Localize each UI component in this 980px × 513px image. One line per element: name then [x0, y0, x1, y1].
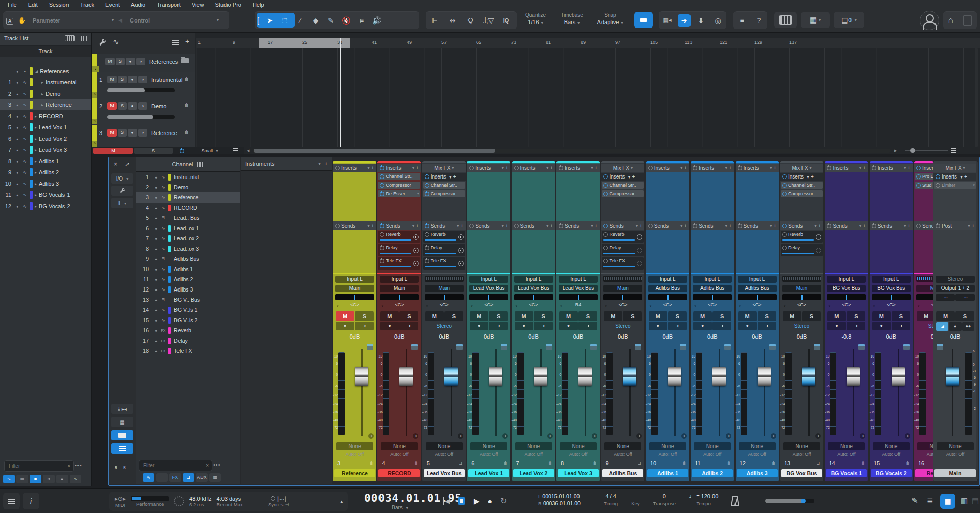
send-knob[interactable] — [413, 261, 419, 266]
dropdown-icon[interactable]: ▾ — [904, 166, 906, 170]
monitor-dot-icon[interactable]: ● — [14, 115, 20, 118]
channel-mode-icon[interactable]: ))) — [681, 433, 687, 439]
strip-name-label[interactable]: RECORD — [378, 469, 420, 477]
insert-slot[interactable]: Stud — [915, 182, 933, 189]
track-list-row[interactable]: 11●∿▸BG Vocals 1 — [0, 189, 91, 200]
power-icon[interactable] — [916, 174, 921, 179]
pan-control[interactable] — [559, 294, 598, 300]
monitor-button[interactable]: ◑ — [758, 322, 776, 330]
power-icon[interactable] — [335, 224, 340, 228]
mixer-strip-adlibs-3[interactable]: Inserts▾+Sends▾+Input LAdlibs Bus<C>▾MS●… — [736, 161, 779, 481]
playhead-line[interactable] — [340, 48, 341, 147]
solo-button[interactable]: S — [444, 311, 463, 321]
fader-track[interactable] — [719, 349, 720, 436]
volume-value[interactable]: 0dB — [914, 333, 933, 341]
fader-handle[interactable] — [578, 367, 592, 386]
solo-button[interactable]: S — [892, 311, 910, 321]
fader-track[interactable] — [540, 349, 542, 436]
channel-mode-icon[interactable]: ))) — [458, 433, 463, 439]
output-select[interactable]: BG Vox Bus — [827, 285, 866, 292]
add-icon[interactable]: + — [729, 165, 732, 171]
send-knob[interactable] — [816, 234, 821, 240]
add-icon[interactable]: + — [371, 165, 374, 171]
dropdown-icon[interactable]: ▾ — [859, 166, 861, 170]
sends-header[interactable]: Sends▾+ — [601, 221, 644, 230]
inserts-header[interactable]: Inserts▾+ — [377, 164, 421, 172]
record-arm-button[interactable]: ● — [872, 322, 891, 330]
monitor-dot-icon[interactable]: ● — [14, 171, 20, 174]
monitor-dot-icon[interactable]: ● — [14, 148, 20, 152]
volume-value[interactable]: 0dB — [780, 333, 823, 341]
track-list-row[interactable]: 12●∿▸BG Vocals 2 — [0, 200, 91, 212]
dropdown-icon[interactable]: ▾ — [725, 166, 727, 170]
solo-button[interactable]: S — [399, 311, 418, 321]
expand-arrow-icon[interactable]: ▸ — [35, 193, 37, 197]
fader-track[interactable] — [451, 349, 452, 436]
track-list-row[interactable]: 1●∿▸Instrumental — [0, 77, 91, 88]
mini-list-icon[interactable] — [230, 148, 240, 154]
post-header[interactable]: Post▾+ — [933, 221, 977, 230]
meter-options-icon[interactable] — [724, 344, 731, 350]
meter-options-icon[interactable] — [635, 344, 641, 350]
channel-mode-icon[interactable]: ))) — [413, 433, 418, 439]
monitor-button[interactable]: ◑ — [668, 322, 687, 330]
dropdown-icon[interactable]: ▾ — [412, 166, 414, 170]
volume-value[interactable]: 0dB — [736, 333, 779, 341]
monitor-button[interactable]: ◑ — [138, 129, 147, 137]
pan-expand-icon[interactable]: ▾ — [650, 303, 652, 309]
main-menu-button[interactable] — [3, 493, 20, 509]
strip-name-label[interactable]: Adlibs Bus — [602, 469, 643, 477]
power-icon[interactable] — [916, 166, 921, 170]
track-height-select[interactable]: Small ▾ — [190, 148, 229, 154]
monitor-button[interactable]: ◑ — [136, 58, 145, 65]
solo-button[interactable]: S — [355, 311, 374, 321]
pan-control[interactable] — [335, 294, 374, 300]
dropdown-icon[interactable]: ▾ — [368, 224, 370, 228]
meter-options-icon[interactable] — [411, 344, 418, 350]
mute-button[interactable]: M — [827, 311, 846, 321]
automation-mode[interactable]: Auto: Off — [646, 451, 689, 458]
inserts-subheader[interactable]: Inserts▾+ — [422, 173, 466, 181]
marker-list-icon[interactable]: ≣ — [927, 496, 933, 505]
power-icon[interactable] — [603, 224, 608, 228]
dropdown-icon[interactable]: ▾ — [815, 224, 817, 228]
expand-arrow-icon[interactable]: ◢ — [35, 69, 38, 74]
monitor-button[interactable]: ◑ — [399, 322, 418, 330]
track-list-toggle-icon[interactable] — [172, 40, 179, 45]
power-icon[interactable] — [738, 166, 742, 170]
strip-name-label[interactable]: Lead Vox 3 — [558, 469, 599, 477]
automation-mode[interactable]: Auto: Off — [556, 451, 600, 458]
mute-button[interactable]: M — [515, 311, 533, 321]
pan-expand-icon[interactable]: ▾ — [426, 303, 428, 309]
send-slot[interactable]: Tele FX — [423, 257, 465, 270]
power-icon[interactable] — [782, 174, 787, 179]
power-icon[interactable] — [425, 224, 429, 228]
mixer-strip-adlibs-bus[interactable]: Mix FX▾Inserts▾+Channel Str..CompressorS… — [601, 161, 644, 481]
power-icon[interactable] — [782, 192, 787, 196]
sends-header[interactable]: Sends▾+ — [422, 221, 466, 230]
automation-target[interactable]: None — [917, 442, 933, 450]
send-knob[interactable] — [637, 248, 642, 253]
inserts-subheader[interactable]: Inserts▾+ — [601, 173, 644, 181]
automation-view-toggle[interactable]: ∿ — [70, 475, 81, 483]
add-icon[interactable]: + — [907, 165, 910, 171]
automation-target[interactable]: None — [426, 442, 463, 450]
zoom-options-icon[interactable] — [951, 148, 956, 153]
mixer-strip-bg-vocals-1[interactable]: Inserts▾+Sends▾+Input LBG Vox Bus<C>▾MS●… — [825, 161, 868, 481]
pan-control[interactable] — [738, 294, 777, 300]
input-select[interactable]: Input L — [693, 276, 732, 283]
meter-options-icon[interactable] — [858, 344, 865, 350]
automation-target[interactable]: None — [783, 442, 820, 450]
zigzag-view-toggle[interactable]: ≈ — [43, 475, 55, 483]
solo-button[interactable]: S — [118, 76, 127, 83]
mute-button[interactable]: M — [872, 311, 891, 321]
bend-markers-icon[interactable]: .l;▽ — [479, 16, 497, 25]
fader-handle[interactable] — [892, 367, 905, 386]
sends-header[interactable]: Sends▾+ — [736, 221, 779, 230]
pan-control[interactable] — [872, 294, 911, 300]
mute-button[interactable]: M — [604, 311, 622, 321]
mixfx-header[interactable]: Mix FX▾ — [601, 164, 644, 172]
eraser-tool-icon[interactable]: ◆ — [308, 16, 323, 25]
power-icon[interactable] — [603, 183, 608, 188]
menu-file[interactable]: File — [2, 1, 23, 8]
